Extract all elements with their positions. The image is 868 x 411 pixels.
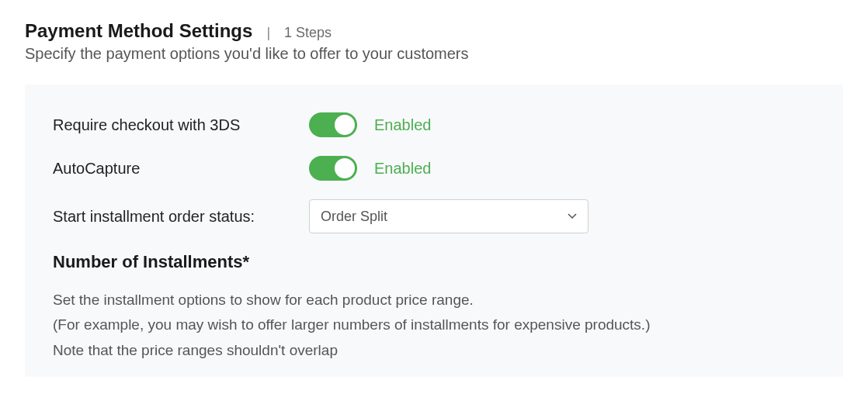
installments-section-title: Number of Installments* [53,252,815,272]
installment-status-label: Start installment order status: [53,208,309,226]
installment-status-row: Start installment order status: Order Sp… [53,199,815,233]
installment-status-select[interactable]: Order Split [309,199,589,233]
autocapture-label: AutoCapture [53,160,309,178]
settings-panel: Require checkout with 3DS Enabled AutoCa… [25,85,843,377]
autocapture-status: Enabled [374,160,431,178]
autocapture-row: AutoCapture Enabled [53,156,815,181]
require-3ds-label: Require checkout with 3DS [53,116,309,134]
installments-help-line2: (For example, you may wish to offer larg… [53,313,815,337]
require-3ds-toggle[interactable] [309,112,357,137]
page-header: Payment Method Settings | 1 Steps [25,20,843,42]
require-3ds-status: Enabled [374,116,431,134]
steps-count: 1 Steps [284,25,332,41]
page-subtitle: Specify the payment options you'd like t… [25,45,843,63]
installments-help-line1: Set the installment options to show for … [53,288,815,313]
installments-help-line3: Note that the price ranges shouldn't ove… [53,338,815,363]
autocapture-toggle[interactable] [309,156,357,181]
require-3ds-row: Require checkout with 3DS Enabled [53,112,815,137]
separator: | [266,25,270,41]
page-title: Payment Method Settings [25,20,252,42]
